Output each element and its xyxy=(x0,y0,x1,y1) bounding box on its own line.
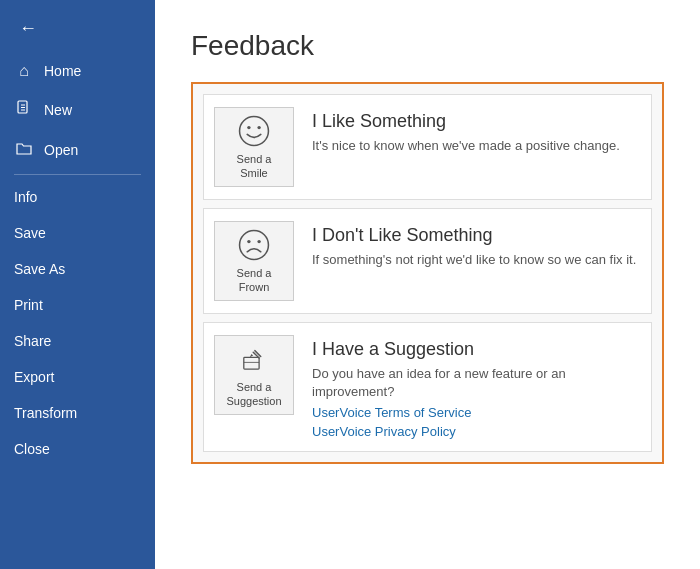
frown-description: If something's not right we'd like to kn… xyxy=(312,251,641,269)
frown-icon-label: Send aFrown xyxy=(237,266,272,295)
feedback-item-frown[interactable]: Send aFrown I Don't Like Something If so… xyxy=(203,208,652,314)
svg-point-4 xyxy=(240,116,269,145)
sidebar-item-label: Home xyxy=(44,63,81,79)
new-icon xyxy=(14,100,34,120)
svg-point-9 xyxy=(257,240,260,243)
sidebar-item-export[interactable]: Export xyxy=(0,359,155,395)
sidebar: ← ⌂ Home New Open Info Save Save As xyxy=(0,0,155,569)
feedback-container: Send aSmile I Like Something It's nice t… xyxy=(191,82,664,464)
smile-content: I Like Something It's nice to know when … xyxy=(312,107,641,155)
frown-title: I Don't Like Something xyxy=(312,225,641,246)
sidebar-divider xyxy=(14,174,141,175)
smile-icon-box: Send aSmile xyxy=(214,107,294,187)
smile-title: I Like Something xyxy=(312,111,641,132)
uservoice-terms-link[interactable]: UserVoice Terms of Service xyxy=(312,405,641,420)
sidebar-item-share[interactable]: Share xyxy=(0,323,155,359)
suggestion-icon-label: Send aSuggestion xyxy=(226,380,281,409)
uservoice-privacy-link[interactable]: UserVoice Privacy Policy xyxy=(312,424,641,439)
svg-point-6 xyxy=(257,126,260,129)
back-button[interactable]: ← xyxy=(8,8,48,48)
suggestion-icon-box: Send aSuggestion xyxy=(214,335,294,415)
main-content: Feedback Send aSmile I Like Something It… xyxy=(155,0,700,569)
sidebar-item-open[interactable]: Open xyxy=(0,130,155,170)
sidebar-item-info[interactable]: Info xyxy=(0,179,155,215)
smile-description: It's nice to know when we've made a posi… xyxy=(312,137,641,155)
feedback-item-smile[interactable]: Send aSmile I Like Something It's nice t… xyxy=(203,94,652,200)
smile-icon-label: Send aSmile xyxy=(237,152,272,181)
svg-rect-10 xyxy=(244,357,259,369)
suggestion-content: I Have a Suggestion Do you have an idea … xyxy=(312,335,641,439)
sidebar-item-save[interactable]: Save xyxy=(0,215,155,251)
sidebar-item-label: Open xyxy=(44,142,78,158)
open-icon xyxy=(14,140,34,160)
suggestion-description: Do you have an idea for a new feature or… xyxy=(312,365,641,401)
frown-icon-box: Send aFrown xyxy=(214,221,294,301)
sidebar-item-new[interactable]: New xyxy=(0,90,155,130)
sidebar-item-close[interactable]: Close xyxy=(0,431,155,467)
frown-content: I Don't Like Something If something's no… xyxy=(312,221,641,269)
home-icon: ⌂ xyxy=(14,62,34,80)
sidebar-item-save-as[interactable]: Save As xyxy=(0,251,155,287)
feedback-item-suggestion[interactable]: Send aSuggestion I Have a Suggestion Do … xyxy=(203,322,652,452)
page-title: Feedback xyxy=(191,30,664,62)
suggestion-title: I Have a Suggestion xyxy=(312,339,641,360)
sidebar-item-label: New xyxy=(44,102,72,118)
svg-point-5 xyxy=(247,126,250,129)
svg-point-8 xyxy=(247,240,250,243)
sidebar-item-home[interactable]: ⌂ Home xyxy=(0,52,155,90)
sidebar-item-print[interactable]: Print xyxy=(0,287,155,323)
svg-point-7 xyxy=(240,230,269,259)
sidebar-item-transform[interactable]: Transform xyxy=(0,395,155,431)
